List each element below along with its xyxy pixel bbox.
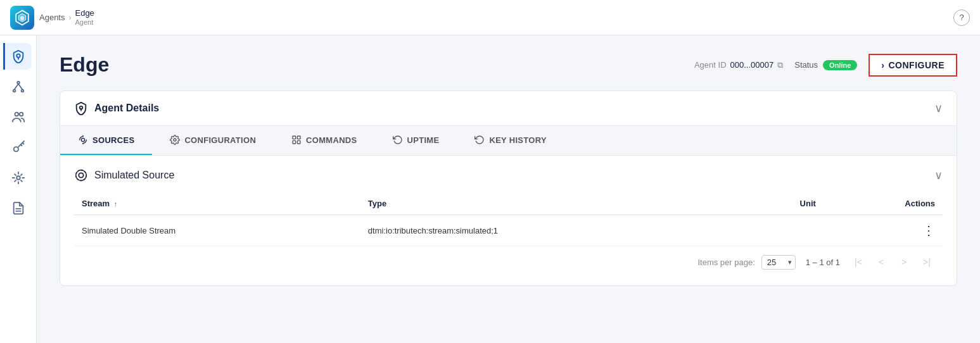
breadcrumb-chevron: ›	[68, 13, 71, 22]
sources-icon	[78, 135, 88, 145]
svg-point-29	[79, 173, 83, 177]
col-stream-label: Stream	[82, 199, 110, 208]
tab-sources[interactable]: SOURCES	[60, 126, 152, 155]
agent-id-value: 000...00007	[730, 60, 774, 70]
tab-key-history[interactable]: KEY HISTORY	[457, 126, 564, 155]
simulated-source-title: Simulated Source	[94, 170, 174, 181]
collapse-icon[interactable]: ∨	[934, 101, 943, 115]
breadcrumb-current-main: Edge	[75, 8, 94, 18]
cell-actions: ⋮	[824, 215, 943, 246]
streams-table: Stream ↑ Type Unit Actions	[74, 192, 943, 246]
cell-unit	[742, 215, 824, 246]
tab-sources-label: SOURCES	[92, 135, 134, 145]
sources-tab-content: Simulated Source ∨ Stream ↑ Type	[60, 156, 957, 285]
sidebar-item-key[interactable]	[5, 134, 32, 161]
col-actions: Actions	[824, 192, 943, 215]
svg-point-30	[76, 170, 87, 181]
svg-point-24	[174, 139, 176, 141]
configure-button[interactable]: › CONFIGURE	[869, 54, 957, 77]
tab-uptime-label: UPTIME	[407, 135, 440, 145]
commands-icon	[291, 135, 302, 145]
copy-icon[interactable]: ⧉	[777, 60, 783, 70]
svg-point-10	[15, 113, 18, 116]
breadcrumb: Agents › Edge Agent	[39, 8, 94, 27]
table-row: Simulated Double Stream dtmi:io:tributec…	[74, 215, 943, 246]
col-actions-label: Actions	[905, 199, 935, 208]
svg-line-14	[22, 143, 23, 144]
nav-right: ?	[953, 9, 970, 26]
tab-commands-label: COMMANDS	[306, 135, 357, 145]
history-icon	[474, 135, 485, 145]
sidebar-item-users[interactable]	[5, 104, 32, 130]
page-next-button[interactable]: >	[896, 254, 912, 270]
breadcrumb-current-sub: Agent	[75, 18, 94, 27]
sidebar-item-documents[interactable]	[5, 195, 32, 221]
tab-uptime[interactable]: UPTIME	[375, 126, 457, 155]
uptime-icon	[393, 135, 403, 145]
items-per-page-label: Items per page:	[697, 258, 754, 267]
page-info: 1 – 1 of 1	[806, 258, 840, 267]
breadcrumb-agents[interactable]: Agents	[39, 13, 65, 22]
svg-point-16	[16, 176, 20, 180]
page-header: Edge Agent ID 000...00007 ⧉ Status Onlin…	[60, 53, 957, 77]
configure-label: CONFIGURE	[889, 60, 945, 70]
sort-icon[interactable]: ↑	[114, 200, 118, 208]
per-page-select[interactable]: 25 10 50 100	[761, 255, 796, 270]
col-unit: Unit	[742, 192, 824, 215]
content-area: Edge Agent ID 000...00007 ⧉ Status Onlin…	[37, 35, 980, 343]
svg-rect-25	[293, 136, 296, 139]
svg-point-11	[19, 113, 23, 116]
source-header: Simulated Source ∨	[74, 168, 943, 182]
svg-line-8	[14, 84, 18, 89]
help-icon[interactable]: ?	[953, 9, 970, 26]
agent-details-title: Agent Details	[94, 103, 159, 114]
card-header-left: Agent Details	[74, 101, 159, 115]
svg-point-12	[13, 147, 18, 151]
breadcrumb-current: Edge Agent	[75, 8, 94, 27]
card-header: Agent Details ∨	[60, 91, 957, 126]
shield-lock-icon	[74, 101, 88, 115]
agent-id-label: Agent ID	[694, 60, 727, 70]
page-header-right: Agent ID 000...00007 ⧉ Status Online › C…	[694, 54, 957, 77]
app-logo[interactable]	[10, 6, 34, 30]
cell-type: dtmi:io:tributech:stream:simulated;1	[360, 215, 742, 246]
pagination: Items per page: 25 10 50 100 1 – 1 of 1 …	[74, 246, 943, 273]
page-title: Edge	[60, 53, 109, 77]
tabs-bar: SOURCES CONFIGURATION	[60, 126, 957, 156]
simulated-source-icon	[74, 168, 88, 182]
source-title: Simulated Source	[74, 168, 174, 182]
tab-commands[interactable]: COMMANDS	[274, 126, 374, 155]
main-layout: Edge Agent ID 000...00007 ⧉ Status Onlin…	[0, 35, 980, 343]
col-type: Type	[360, 192, 742, 215]
page-prev-button[interactable]: <	[873, 254, 889, 270]
svg-line-15	[20, 144, 22, 146]
per-page-wrapper: 25 10 50 100	[761, 255, 796, 270]
sidebar-item-network[interactable]	[5, 73, 32, 100]
source-collapse-icon[interactable]: ∨	[934, 168, 943, 182]
status-block: Status Online	[794, 60, 857, 70]
svg-point-21	[81, 138, 84, 141]
table-header-row: Stream ↑ Type Unit Actions	[74, 192, 943, 215]
sidebar-item-security[interactable]	[3, 43, 32, 70]
cell-stream: Simulated Double Stream	[74, 215, 360, 246]
sidebar	[0, 35, 37, 343]
col-stream: Stream ↑	[74, 192, 360, 215]
svg-line-9	[18, 84, 22, 89]
top-nav: Agents › Edge Agent ?	[0, 0, 980, 35]
agent-id-block: Agent ID 000...00007 ⧉	[694, 60, 783, 70]
gear-icon	[170, 135, 180, 145]
page-first-button[interactable]: |<	[850, 254, 867, 270]
page-last-button[interactable]: >|	[919, 254, 935, 270]
agent-details-card: Agent Details ∨ SOURCES	[60, 90, 957, 286]
row-actions-menu-icon[interactable]: ⋮	[922, 223, 935, 237]
sidebar-item-integrations[interactable]	[5, 165, 32, 191]
svg-rect-27	[293, 140, 296, 144]
tab-key-history-label: KEY HISTORY	[489, 135, 546, 145]
tab-configuration[interactable]: CONFIGURATION	[152, 126, 274, 155]
col-unit-label: Unit	[800, 199, 816, 208]
status-badge: Online	[823, 60, 857, 70]
configure-chevron-icon: ›	[881, 60, 884, 70]
col-type-label: Type	[368, 199, 386, 208]
svg-rect-28	[297, 140, 300, 144]
svg-rect-26	[297, 136, 300, 139]
